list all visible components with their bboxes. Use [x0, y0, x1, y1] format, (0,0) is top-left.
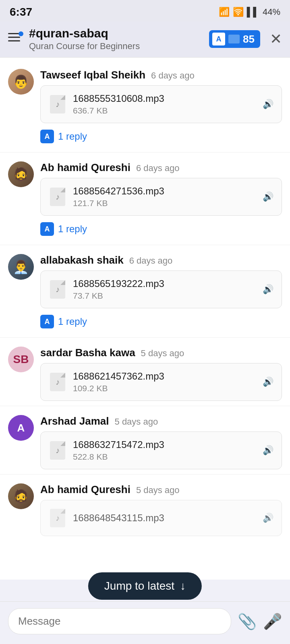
- signal-icon: ▌▌: [247, 7, 259, 17]
- message-content: Arshad Jamal 5 days ago 1688632715472.mp…: [40, 415, 282, 469]
- message-content: Tawseef Iqbal Sheikh 6 days ago 16885553…: [40, 69, 282, 123]
- messages-area: 👨 Tawseef Iqbal Sheikh 6 days ago 168855…: [0, 58, 290, 580]
- file-details: 1688555310608.mp3 636.7 KB: [73, 93, 256, 116]
- message-item: 👨 Tawseef Iqbal Sheikh 6 days ago 168855…: [0, 62, 290, 126]
- close-button[interactable]: ✕: [270, 31, 282, 47]
- attachment-icon[interactable]: 📎: [238, 613, 257, 630]
- reply-count: 1 reply: [58, 223, 87, 235]
- reply-count: 1 reply: [58, 131, 87, 142]
- status-time: 6:37: [10, 6, 32, 19]
- message-content: Ab hamid Qureshi 5 days ago 168864854311…: [40, 483, 282, 536]
- file-size: 522.8 KB: [73, 452, 256, 462]
- reply-avatar: A: [40, 315, 54, 328]
- audio-icon: 🔊: [263, 284, 273, 295]
- avatar-initials: SB: [13, 353, 29, 366]
- battery-icon: 44%: [263, 7, 280, 17]
- avatar: 🧔: [8, 483, 34, 509]
- username: Ab hamid Qureshi: [40, 161, 130, 174]
- divider: [0, 245, 290, 245]
- file-attachment[interactable]: 1688565193222.mp3 73.7 KB 🔊: [40, 270, 282, 308]
- message-time: 6 days ago: [129, 256, 173, 266]
- file-attachment[interactable]: 1688648543115.mp3 🔊: [40, 500, 282, 536]
- audio-icon: 🔊: [263, 513, 273, 523]
- file-icon: [49, 94, 66, 115]
- message-content: Ab hamid Qureshi 6 days ago 168856427153…: [40, 161, 282, 216]
- reply-avatar: A: [40, 130, 54, 143]
- file-size: 636.7 KB: [73, 106, 256, 116]
- file-attachment[interactable]: 1688564271536.mp3 121.7 KB 🔊: [40, 178, 282, 216]
- divider: [0, 406, 290, 406]
- notification-dot: [19, 31, 23, 36]
- file-details: 1688564271536.mp3 121.7 KB: [73, 186, 256, 208]
- divider: [0, 152, 290, 153]
- avatar: SB: [8, 347, 34, 372]
- file-details: 1688632715472.mp3 522.8 KB: [73, 439, 256, 462]
- file-size: 121.7 KB: [73, 198, 256, 208]
- message-content: allabakash shaik 6 days ago 168856519322…: [40, 254, 282, 308]
- file-name: 1688565193222.mp3: [73, 278, 256, 289]
- message-item: 🧔 Ab hamid Qureshi 6 days ago 1688564271…: [0, 154, 290, 219]
- message-time: 6 days ago: [136, 163, 180, 173]
- wifi-icon: 🛜: [233, 7, 244, 17]
- message-item: SB sardar Basha kawa 5 days ago 16886214…: [0, 339, 290, 404]
- divider: [0, 474, 290, 475]
- file-name: 1688632715472.mp3: [73, 439, 256, 450]
- message-content: sardar Basha kawa 5 days ago 16886214573…: [40, 347, 282, 401]
- jump-to-latest-label: Jump to latest: [104, 580, 174, 592]
- reply-count: 1 reply: [58, 316, 87, 327]
- avatar: 👨: [8, 69, 34, 95]
- message-time: 5 days ago: [141, 348, 184, 359]
- reply-section[interactable]: A 1 reply: [0, 219, 290, 243]
- username: allabakash shaik: [40, 254, 124, 266]
- file-attachment[interactable]: 1688632715472.mp3 522.8 KB 🔊: [40, 431, 282, 469]
- file-icon: [49, 372, 66, 392]
- file-icon: [49, 440, 66, 461]
- file-size: 73.7 KB: [73, 291, 256, 301]
- reply-section[interactable]: A 1 reply: [0, 312, 290, 336]
- bottom-bar: 📎 🎤: [0, 601, 290, 644]
- file-details: 1688648543115.mp3: [73, 512, 256, 524]
- message-header: allabakash shaik 6 days ago: [40, 254, 282, 266]
- audio-icon: 🔊: [263, 192, 273, 202]
- file-details: 1688621457362.mp3 109.2 KB: [73, 371, 256, 393]
- members-button[interactable]: A 85: [209, 30, 260, 48]
- avatar: 👨‍💼: [8, 254, 34, 280]
- avatar: A: [8, 415, 34, 441]
- username: Ab hamid Qureshi: [40, 483, 130, 496]
- reply-section[interactable]: A 1 reply: [0, 126, 290, 151]
- members-group-icon: [228, 35, 240, 43]
- audio-icon: 🔊: [263, 445, 273, 456]
- message-header: Tawseef Iqbal Sheikh 6 days ago: [40, 69, 282, 81]
- channel-description: Quran Course for Beginners: [29, 41, 203, 52]
- jump-arrow-icon: ↓: [180, 580, 186, 592]
- file-name: 1688621457362.mp3: [73, 371, 256, 382]
- avatar: 🧔: [8, 161, 34, 187]
- divider: [0, 337, 290, 338]
- call-icon: 📶: [219, 7, 230, 17]
- avatar-initials: A: [17, 422, 25, 434]
- file-details: 1688565193222.mp3 73.7 KB: [73, 278, 256, 301]
- audio-icon: 🔊: [263, 99, 273, 109]
- microphone-icon[interactable]: 🎤: [263, 613, 282, 630]
- status-bar: 6:37 📶 🛜 ▌▌ 44%: [0, 0, 290, 22]
- file-name: 1688555310608.mp3: [73, 93, 256, 104]
- channel-info: #quran-sabaq Quran Course for Beginners: [29, 27, 203, 52]
- menu-button[interactable]: [8, 33, 23, 45]
- file-attachment[interactable]: 1688555310608.mp3 636.7 KB 🔊: [40, 85, 282, 123]
- username: Tawseef Iqbal Sheikh: [40, 69, 145, 81]
- file-size: 109.2 KB: [73, 384, 256, 393]
- message-item: 🧔 Ab hamid Qureshi 5 days ago 1688648543…: [0, 476, 290, 539]
- message-time: 5 days ago: [136, 485, 180, 495]
- message-time: 6 days ago: [151, 70, 195, 81]
- channel-header: #quran-sabaq Quran Course for Beginners …: [0, 22, 290, 58]
- jump-to-latest-button[interactable]: Jump to latest ↓: [88, 572, 202, 600]
- message-header: sardar Basha kawa 5 days ago: [40, 347, 282, 359]
- message-time: 5 days ago: [115, 417, 158, 427]
- file-icon: [49, 186, 66, 207]
- reply-avatar: A: [40, 222, 54, 236]
- message-header: Ab hamid Qureshi 6 days ago: [40, 161, 282, 174]
- file-attachment[interactable]: 1688621457362.mp3 109.2 KB 🔊: [40, 363, 282, 401]
- message-input[interactable]: [8, 608, 231, 634]
- file-name: 1688564271536.mp3: [73, 186, 256, 197]
- status-icons: 📶 🛜 ▌▌ 44%: [219, 7, 280, 17]
